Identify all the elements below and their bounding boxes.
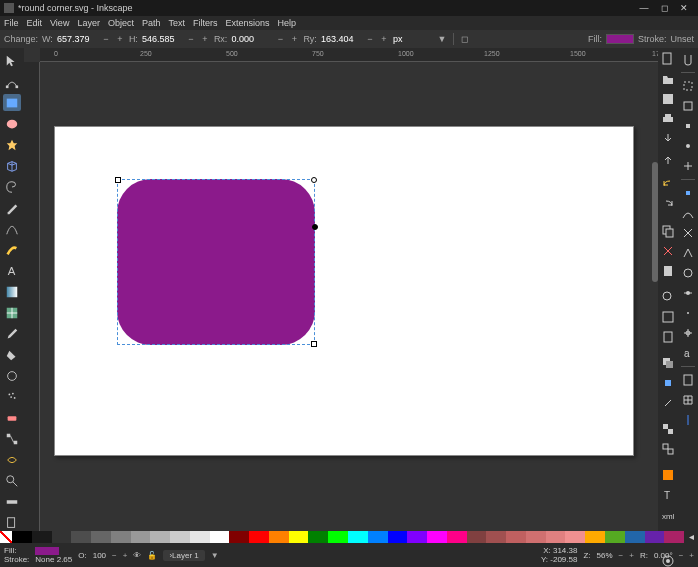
- layer-visible-icon[interactable]: 👁: [133, 551, 141, 560]
- w-inc-button[interactable]: +: [115, 34, 125, 44]
- menu-text[interactable]: Text: [168, 18, 185, 28]
- new-doc-icon[interactable]: [661, 52, 675, 66]
- ruler-horizontal[interactable]: 0 250 500 750 1000 1250 1500 1750: [40, 48, 658, 62]
- width-input[interactable]: 657.379: [57, 34, 97, 44]
- snap-cusp-icon[interactable]: [681, 246, 695, 260]
- clone-icon[interactable]: [661, 376, 675, 390]
- palette-swatch[interactable]: [328, 531, 348, 543]
- zoom-dec-button[interactable]: −: [619, 551, 624, 560]
- spiral-tool[interactable]: [3, 178, 21, 195]
- snap-grid-icon[interactable]: [681, 393, 695, 407]
- palette-swatch[interactable]: [289, 531, 309, 543]
- palette-swatch[interactable]: [170, 531, 190, 543]
- xml-icon[interactable]: xml: [661, 508, 675, 522]
- menu-file[interactable]: File: [4, 18, 19, 28]
- rotation-input[interactable]: 0.00°: [654, 551, 673, 560]
- snap-toggle-icon[interactable]: [681, 52, 695, 66]
- palette-swatch[interactable]: [526, 531, 546, 543]
- paste-icon[interactable]: [661, 264, 675, 278]
- palette-none[interactable]: [0, 531, 12, 543]
- palette-swatch[interactable]: [605, 531, 625, 543]
- minimize-button[interactable]: —: [634, 2, 654, 14]
- layer-dropdown-icon[interactable]: ▼: [211, 551, 219, 560]
- pages-tool[interactable]: [3, 514, 21, 531]
- palette-swatch[interactable]: [229, 531, 249, 543]
- measure-tool[interactable]: [3, 493, 21, 510]
- paintbucket-tool[interactable]: [3, 346, 21, 363]
- rot-inc-button[interactable]: +: [689, 551, 694, 560]
- palette-swatch[interactable]: [71, 531, 91, 543]
- dropper-tool[interactable]: [3, 325, 21, 342]
- unit-select[interactable]: px: [393, 34, 433, 44]
- status-fill-swatch[interactable]: [35, 547, 59, 555]
- 3dbox-tool[interactable]: [3, 157, 21, 174]
- print-icon[interactable]: [661, 112, 675, 126]
- export-icon[interactable]: [661, 152, 675, 166]
- height-input[interactable]: 546.585: [142, 34, 182, 44]
- not-rounded-icon[interactable]: ◻: [460, 34, 470, 44]
- open-icon[interactable]: [661, 72, 675, 86]
- palette-swatch[interactable]: [486, 531, 506, 543]
- menu-layer[interactable]: Layer: [77, 18, 100, 28]
- menu-path[interactable]: Path: [142, 18, 161, 28]
- resize-handle-tl[interactable]: [115, 177, 121, 183]
- selector-tool[interactable]: [3, 52, 21, 69]
- ruler-vertical[interactable]: [24, 62, 40, 531]
- menu-view[interactable]: View: [50, 18, 69, 28]
- zoom-selection-icon[interactable]: [661, 290, 675, 304]
- palette-swatch[interactable]: [269, 531, 289, 543]
- mesh-tool[interactable]: [3, 304, 21, 321]
- zoom-input[interactable]: 56%: [597, 551, 613, 560]
- ry-dec-button[interactable]: −: [365, 34, 375, 44]
- cut-icon[interactable]: [661, 244, 675, 258]
- ry-inc-button[interactable]: +: [379, 34, 389, 44]
- rectangle-tool[interactable]: [3, 94, 21, 111]
- group-icon[interactable]: [661, 422, 675, 436]
- status-stroke-value[interactable]: None 2.65: [35, 556, 72, 564]
- import-icon[interactable]: [661, 132, 675, 146]
- h-inc-button[interactable]: +: [200, 34, 210, 44]
- tweak-tool[interactable]: [3, 367, 21, 384]
- unit-dropdown-icon[interactable]: ▼: [437, 34, 447, 44]
- spray-tool[interactable]: [3, 388, 21, 405]
- menu-edit[interactable]: Edit: [27, 18, 43, 28]
- palette-swatch[interactable]: [308, 531, 328, 543]
- zoom-inc-button[interactable]: +: [629, 551, 634, 560]
- rounded-rectangle-shape[interactable]: [117, 179, 315, 345]
- snap-smooth-icon[interactable]: [681, 266, 695, 280]
- opacity-inc-button[interactable]: +: [123, 551, 128, 560]
- scrollbar-vertical[interactable]: [652, 62, 658, 531]
- palette-swatch[interactable]: [249, 531, 269, 543]
- snap-center-icon[interactable]: [681, 306, 695, 320]
- palette-swatch[interactable]: [427, 531, 447, 543]
- snap-bbox-corner-icon[interactable]: [681, 119, 695, 133]
- text-dialog-icon[interactable]: T: [661, 488, 675, 502]
- palette-swatch[interactable]: [467, 531, 487, 543]
- scrollbar-thumb[interactable]: [652, 162, 658, 282]
- redo-icon[interactable]: [661, 198, 675, 212]
- palette-swatch[interactable]: [368, 531, 388, 543]
- palette-swatch[interactable]: [645, 531, 665, 543]
- rx-input[interactable]: 0.000: [231, 34, 271, 44]
- canvas[interactable]: [40, 62, 658, 531]
- layer-lock-icon[interactable]: 🔓: [147, 551, 157, 560]
- star-tool[interactable]: [3, 136, 21, 153]
- ungroup-icon[interactable]: [661, 442, 675, 456]
- unlink-clone-icon[interactable]: [661, 396, 675, 410]
- snap-bbox-center-icon[interactable]: [681, 159, 695, 173]
- snap-node-icon[interactable]: [681, 186, 695, 200]
- palette-swatch[interactable]: [131, 531, 151, 543]
- palette-swatch[interactable]: [546, 531, 566, 543]
- save-icon[interactable]: [661, 92, 675, 106]
- palette-swatch[interactable]: [12, 531, 32, 543]
- snap-guide-icon[interactable]: [681, 413, 695, 427]
- opacity-dec-button[interactable]: −: [112, 551, 117, 560]
- palette-swatch[interactable]: [664, 531, 684, 543]
- duplicate-icon[interactable]: [661, 356, 675, 370]
- snap-bbox-midpoint-icon[interactable]: [681, 139, 695, 153]
- bezier-tool[interactable]: [3, 220, 21, 237]
- menu-help[interactable]: Help: [277, 18, 296, 28]
- rx-inc-button[interactable]: +: [289, 34, 299, 44]
- copy-icon[interactable]: [661, 224, 675, 238]
- palette-swatch[interactable]: [447, 531, 467, 543]
